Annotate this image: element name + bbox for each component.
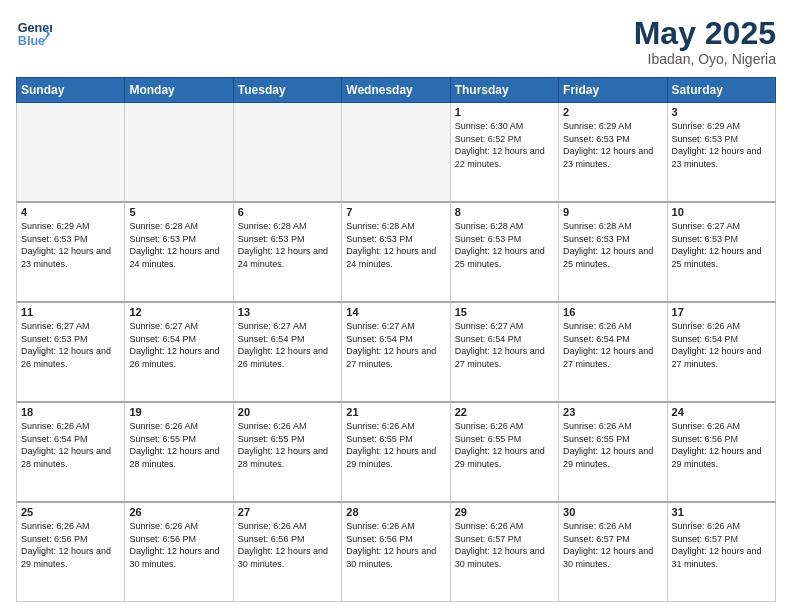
day-number: 24 [672, 406, 771, 418]
day-info: Sunrise: 6:27 AMSunset: 6:53 PMDaylight:… [672, 220, 771, 270]
calendar-cell: 8Sunrise: 6:28 AMSunset: 6:53 PMDaylight… [450, 202, 558, 302]
day-info: Sunrise: 6:27 AMSunset: 6:53 PMDaylight:… [21, 320, 120, 370]
day-info: Sunrise: 6:29 AMSunset: 6:53 PMDaylight:… [563, 120, 662, 170]
day-number: 17 [672, 306, 771, 318]
day-info: Sunrise: 6:28 AMSunset: 6:53 PMDaylight:… [346, 220, 445, 270]
calendar-cell: 31Sunrise: 6:26 AMSunset: 6:57 PMDayligh… [667, 502, 775, 601]
day-info: Sunrise: 6:26 AMSunset: 6:56 PMDaylight:… [346, 520, 445, 570]
title-block: May 2025 Ibadan, Oyo, Nigeria [634, 16, 776, 67]
day-info: Sunrise: 6:28 AMSunset: 6:53 PMDaylight:… [563, 220, 662, 270]
day-number: 21 [346, 406, 445, 418]
day-info: Sunrise: 6:26 AMSunset: 6:54 PMDaylight:… [21, 420, 120, 470]
day-number: 29 [455, 506, 554, 518]
day-number: 16 [563, 306, 662, 318]
calendar-cell: 22Sunrise: 6:26 AMSunset: 6:55 PMDayligh… [450, 402, 558, 502]
day-info: Sunrise: 6:28 AMSunset: 6:53 PMDaylight:… [238, 220, 337, 270]
calendar-week-3: 11Sunrise: 6:27 AMSunset: 6:53 PMDayligh… [17, 302, 776, 402]
location-subtitle: Ibadan, Oyo, Nigeria [634, 51, 776, 67]
day-number: 3 [672, 106, 771, 118]
day-number: 30 [563, 506, 662, 518]
day-info: Sunrise: 6:26 AMSunset: 6:55 PMDaylight:… [455, 420, 554, 470]
day-number: 9 [563, 206, 662, 218]
calendar-week-1: 1Sunrise: 6:30 AMSunset: 6:52 PMDaylight… [17, 103, 776, 202]
page-header: General Blue May 2025 Ibadan, Oyo, Niger… [16, 16, 776, 67]
calendar-cell: 28Sunrise: 6:26 AMSunset: 6:56 PMDayligh… [342, 502, 450, 601]
calendar-cell: 17Sunrise: 6:26 AMSunset: 6:54 PMDayligh… [667, 302, 775, 402]
calendar-cell: 2Sunrise: 6:29 AMSunset: 6:53 PMDaylight… [559, 103, 667, 202]
day-number: 20 [238, 406, 337, 418]
day-number: 28 [346, 506, 445, 518]
day-info: Sunrise: 6:29 AMSunset: 6:53 PMDaylight:… [21, 220, 120, 270]
day-number: 8 [455, 206, 554, 218]
day-info: Sunrise: 6:27 AMSunset: 6:54 PMDaylight:… [129, 320, 228, 370]
day-number: 18 [21, 406, 120, 418]
calendar-table: SundayMondayTuesdayWednesdayThursdayFrid… [16, 77, 776, 602]
calendar-cell: 15Sunrise: 6:27 AMSunset: 6:54 PMDayligh… [450, 302, 558, 402]
weekday-header-monday: Monday [125, 78, 233, 103]
calendar-cell: 24Sunrise: 6:26 AMSunset: 6:56 PMDayligh… [667, 402, 775, 502]
day-number: 22 [455, 406, 554, 418]
day-number: 6 [238, 206, 337, 218]
day-number: 4 [21, 206, 120, 218]
calendar-cell: 14Sunrise: 6:27 AMSunset: 6:54 PMDayligh… [342, 302, 450, 402]
calendar-cell: 7Sunrise: 6:28 AMSunset: 6:53 PMDaylight… [342, 202, 450, 302]
day-info: Sunrise: 6:29 AMSunset: 6:53 PMDaylight:… [672, 120, 771, 170]
day-number: 10 [672, 206, 771, 218]
day-number: 15 [455, 306, 554, 318]
calendar-header-row: SundayMondayTuesdayWednesdayThursdayFrid… [17, 78, 776, 103]
calendar-cell: 10Sunrise: 6:27 AMSunset: 6:53 PMDayligh… [667, 202, 775, 302]
day-info: Sunrise: 6:26 AMSunset: 6:55 PMDaylight:… [346, 420, 445, 470]
calendar-cell: 1Sunrise: 6:30 AMSunset: 6:52 PMDaylight… [450, 103, 558, 202]
day-info: Sunrise: 6:26 AMSunset: 6:57 PMDaylight:… [455, 520, 554, 570]
calendar-cell: 12Sunrise: 6:27 AMSunset: 6:54 PMDayligh… [125, 302, 233, 402]
calendar-cell: 9Sunrise: 6:28 AMSunset: 6:53 PMDaylight… [559, 202, 667, 302]
day-number: 11 [21, 306, 120, 318]
calendar-cell [125, 103, 233, 202]
logo: General Blue [16, 16, 52, 52]
day-info: Sunrise: 6:26 AMSunset: 6:57 PMDaylight:… [563, 520, 662, 570]
weekday-header-tuesday: Tuesday [233, 78, 341, 103]
day-number: 12 [129, 306, 228, 318]
weekday-header-wednesday: Wednesday [342, 78, 450, 103]
day-info: Sunrise: 6:26 AMSunset: 6:56 PMDaylight:… [21, 520, 120, 570]
calendar-cell: 29Sunrise: 6:26 AMSunset: 6:57 PMDayligh… [450, 502, 558, 601]
calendar-week-4: 18Sunrise: 6:26 AMSunset: 6:54 PMDayligh… [17, 402, 776, 502]
day-number: 27 [238, 506, 337, 518]
calendar-cell: 20Sunrise: 6:26 AMSunset: 6:55 PMDayligh… [233, 402, 341, 502]
logo-icon: General Blue [16, 16, 52, 52]
month-title: May 2025 [634, 16, 776, 51]
calendar-cell: 4Sunrise: 6:29 AMSunset: 6:53 PMDaylight… [17, 202, 125, 302]
day-number: 26 [129, 506, 228, 518]
day-number: 31 [672, 506, 771, 518]
day-info: Sunrise: 6:26 AMSunset: 6:55 PMDaylight:… [129, 420, 228, 470]
calendar-cell: 21Sunrise: 6:26 AMSunset: 6:55 PMDayligh… [342, 402, 450, 502]
calendar-cell [342, 103, 450, 202]
day-info: Sunrise: 6:26 AMSunset: 6:54 PMDaylight:… [672, 320, 771, 370]
weekday-header-saturday: Saturday [667, 78, 775, 103]
calendar-cell: 26Sunrise: 6:26 AMSunset: 6:56 PMDayligh… [125, 502, 233, 601]
day-info: Sunrise: 6:26 AMSunset: 6:54 PMDaylight:… [563, 320, 662, 370]
calendar-cell: 3Sunrise: 6:29 AMSunset: 6:53 PMDaylight… [667, 103, 775, 202]
calendar-cell: 5Sunrise: 6:28 AMSunset: 6:53 PMDaylight… [125, 202, 233, 302]
calendar-cell [233, 103, 341, 202]
day-number: 7 [346, 206, 445, 218]
calendar-cell: 16Sunrise: 6:26 AMSunset: 6:54 PMDayligh… [559, 302, 667, 402]
day-number: 2 [563, 106, 662, 118]
day-number: 1 [455, 106, 554, 118]
calendar-cell: 25Sunrise: 6:26 AMSunset: 6:56 PMDayligh… [17, 502, 125, 601]
calendar-cell: 18Sunrise: 6:26 AMSunset: 6:54 PMDayligh… [17, 402, 125, 502]
day-info: Sunrise: 6:28 AMSunset: 6:53 PMDaylight:… [455, 220, 554, 270]
calendar-week-2: 4Sunrise: 6:29 AMSunset: 6:53 PMDaylight… [17, 202, 776, 302]
day-info: Sunrise: 6:27 AMSunset: 6:54 PMDaylight:… [346, 320, 445, 370]
day-info: Sunrise: 6:26 AMSunset: 6:55 PMDaylight:… [563, 420, 662, 470]
day-number: 13 [238, 306, 337, 318]
day-info: Sunrise: 6:27 AMSunset: 6:54 PMDaylight:… [455, 320, 554, 370]
calendar-week-5: 25Sunrise: 6:26 AMSunset: 6:56 PMDayligh… [17, 502, 776, 601]
weekday-header-friday: Friday [559, 78, 667, 103]
day-info: Sunrise: 6:26 AMSunset: 6:56 PMDaylight:… [672, 420, 771, 470]
day-number: 25 [21, 506, 120, 518]
day-number: 19 [129, 406, 228, 418]
calendar-cell: 11Sunrise: 6:27 AMSunset: 6:53 PMDayligh… [17, 302, 125, 402]
weekday-header-thursday: Thursday [450, 78, 558, 103]
day-info: Sunrise: 6:27 AMSunset: 6:54 PMDaylight:… [238, 320, 337, 370]
